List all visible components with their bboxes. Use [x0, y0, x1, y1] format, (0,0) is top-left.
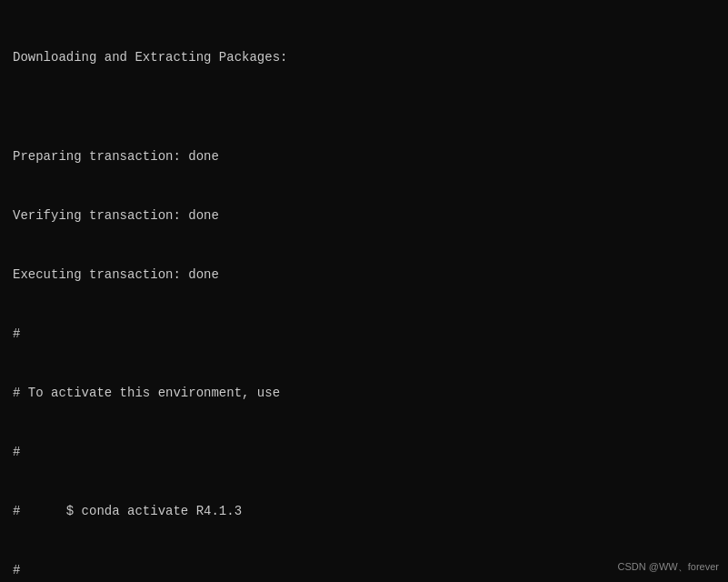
terminal-output: Downloading and Extracting Packages: Pre…: [13, 9, 715, 582]
line-4: Verifying transaction: done: [13, 206, 715, 226]
line-3: Preparing transaction: done: [13, 147, 715, 167]
line-9: # $ conda activate R4.1.3: [13, 502, 715, 522]
line-8: #: [13, 443, 715, 463]
line-7: # To activate this environment, use: [13, 384, 715, 404]
line-5: Executing transaction: done: [13, 266, 715, 286]
line-10: #: [13, 561, 715, 581]
line-1: Downloading and Extracting Packages:: [13, 48, 715, 68]
watermark: CSDN @WW、forever: [618, 559, 719, 575]
line-6: #: [13, 325, 715, 345]
